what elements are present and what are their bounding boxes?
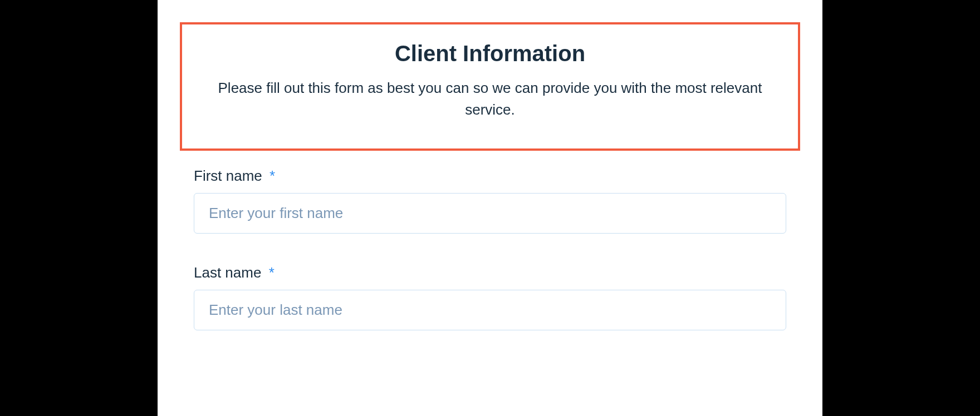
form-container: Client Information Please fill out this … bbox=[158, 0, 822, 416]
form-description: Please fill out this form as best you ca… bbox=[204, 77, 776, 121]
first-name-input[interactable] bbox=[194, 193, 786, 234]
last-name-input[interactable] bbox=[194, 290, 786, 330]
first-name-label-text: First name bbox=[194, 167, 262, 184]
last-name-label-text: Last name bbox=[194, 264, 261, 281]
required-star-icon: * bbox=[269, 264, 275, 281]
required-star-icon: * bbox=[270, 167, 275, 184]
form-header-box: Client Information Please fill out this … bbox=[180, 22, 800, 151]
first-name-label: First name * bbox=[194, 167, 275, 185]
last-name-label: Last name * bbox=[194, 264, 275, 281]
field-group-first-name: First name * bbox=[194, 167, 786, 234]
form-title: Client Information bbox=[204, 41, 776, 66]
form-fields: First name * Last name * bbox=[158, 167, 822, 330]
field-group-last-name: Last name * bbox=[194, 264, 786, 330]
